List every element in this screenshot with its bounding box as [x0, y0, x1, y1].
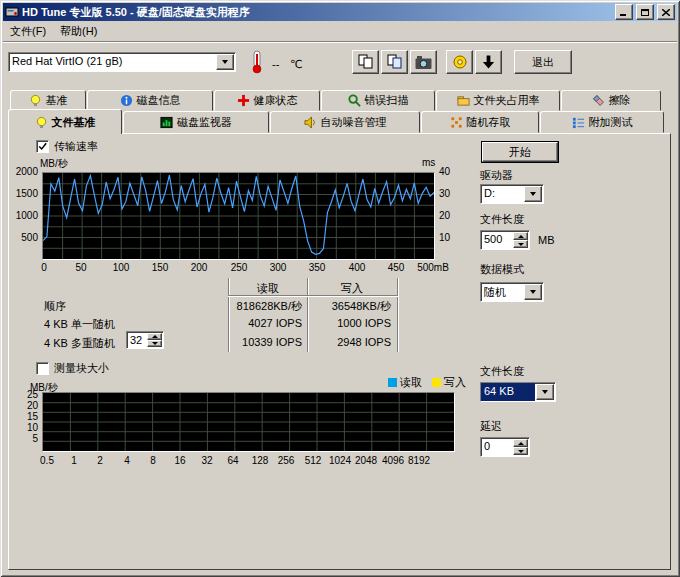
- title-bar: HD Tune 专业版 5.50 - 硬盘/固态硬盘实用程序: [3, 3, 677, 21]
- sequential-write-value: 36548KB/秒: [309, 299, 391, 314]
- chart1-xtick: 500mB: [417, 262, 449, 273]
- temperature-value: --: [272, 58, 279, 70]
- chart2-xtick: 8: [150, 455, 156, 466]
- data-mode-arrow[interactable]: [524, 284, 542, 300]
- close-icon: [662, 9, 670, 16]
- file-length-spinner[interactable]: 500: [480, 230, 530, 250]
- menu-file[interactable]: 文件(F): [3, 22, 53, 41]
- file-length2-arrow[interactable]: [536, 384, 554, 400]
- app-window: HD Tune 专业版 5.50 - 硬盘/固态硬盘实用程序 文件(F) 帮助(…: [0, 0, 680, 577]
- drive-combo-arrow[interactable]: [216, 54, 234, 70]
- app-icon: [5, 5, 19, 19]
- menu-bar: 文件(F) 帮助(H): [3, 22, 677, 40]
- write-column-header: 写入: [309, 281, 395, 296]
- block-size-checkbox[interactable]: [36, 362, 49, 375]
- drive-combo[interactable]: Red Hat VirtIO (21 gB): [8, 52, 236, 72]
- block-size-chart: [42, 392, 455, 452]
- tab-extra-tests[interactable]: 附加测试: [540, 111, 664, 133]
- download-arrow-icon: [481, 55, 496, 70]
- disk-info-icon: [120, 94, 133, 107]
- minimize-button[interactable]: [615, 4, 633, 20]
- tab-benchmark[interactable]: 基准: [10, 90, 86, 111]
- chart2-xtick: 16: [174, 455, 185, 466]
- arrow-down-icon: [518, 450, 524, 453]
- chart2-xtick: 2048: [355, 455, 377, 466]
- file-length-up-button[interactable]: [513, 232, 528, 240]
- maximize-button[interactable]: [636, 4, 654, 20]
- tab-label: 擦除: [609, 93, 631, 108]
- tab-error-scan[interactable]: 错误扫描: [321, 90, 435, 111]
- file-length2-value: 64 KB: [481, 383, 535, 401]
- queue-depth-down-button[interactable]: [147, 340, 162, 347]
- transfer-rate-checkbox[interactable]: [36, 140, 49, 153]
- chevron-down-icon: [542, 390, 548, 394]
- delay-down-button[interactable]: [513, 447, 528, 455]
- exit-button[interactable]: 退出: [514, 50, 572, 74]
- start-button-label: 开始: [509, 145, 531, 160]
- chart2-xtick: 1: [71, 455, 77, 466]
- start-button[interactable]: 开始: [482, 142, 558, 162]
- tab-folder-usage[interactable]: 文件夹占用率: [436, 90, 560, 111]
- error-scan-magnifier-icon: [348, 94, 361, 107]
- delay-up-button[interactable]: [513, 439, 528, 447]
- minimize-icon: [620, 9, 628, 16]
- menu-help[interactable]: 帮助(H): [53, 22, 104, 41]
- chart1-xtick: 300: [270, 262, 287, 273]
- data-mode-select[interactable]: 随机: [480, 282, 544, 302]
- tab-disk-monitor[interactable]: 磁盘监视器: [123, 111, 269, 133]
- queue-depth-spinner[interactable]: 32: [126, 331, 164, 349]
- save-button[interactable]: [475, 50, 502, 74]
- folder-icon: [457, 94, 470, 107]
- close-button[interactable]: [657, 4, 675, 20]
- chart1-ylabel-right: ms: [422, 157, 435, 168]
- tab-erase[interactable]: 擦除: [561, 90, 661, 111]
- legend-swatch-0: [388, 378, 397, 387]
- tab-file-benchmark[interactable]: 文件基准: [8, 109, 122, 134]
- queue-depth-up-button[interactable]: [147, 333, 162, 340]
- delay-spinner[interactable]: 0: [480, 437, 530, 457]
- row-sequential-label: 顺序: [44, 299, 66, 314]
- file-length-down-button[interactable]: [513, 240, 528, 248]
- arrow-down-icon: [152, 342, 158, 345]
- delay-label: 延迟: [480, 419, 502, 434]
- options-button[interactable]: [446, 50, 473, 74]
- table-divider: [397, 278, 399, 352]
- chart2-ytick: 25: [6, 389, 38, 400]
- tab-aam[interactable]: 自动噪音管理: [270, 111, 420, 133]
- chart1-ytick: 500: [6, 232, 38, 243]
- chart1-ytick-right: 30: [439, 188, 450, 199]
- copy-button[interactable]: [352, 50, 379, 74]
- tab-health[interactable]: 健康状态: [214, 90, 320, 111]
- tab-label: 基准: [46, 93, 68, 108]
- file-length2-select[interactable]: 64 KB: [480, 382, 556, 402]
- checkmark-icon: [38, 142, 47, 151]
- chart2-legend: 读取 写入: [388, 375, 466, 390]
- tab-label: 随机存取: [467, 115, 511, 130]
- chart1-ytick-right: 10: [439, 232, 450, 243]
- chart2-xtick: 8192: [408, 455, 430, 466]
- tab-label: 自动噪音管理: [321, 115, 387, 130]
- camera-icon: [415, 55, 432, 70]
- separator: [3, 41, 677, 43]
- screenshot-button[interactable]: [410, 50, 437, 74]
- legend-write: 写入: [432, 375, 466, 390]
- drive-select-value: D:: [481, 185, 523, 203]
- legend-read: 读取: [388, 375, 422, 390]
- arrow-up-icon: [518, 235, 524, 238]
- arrow-down-icon: [518, 243, 524, 246]
- tab-disk-info[interactable]: 磁盘信息: [87, 90, 213, 111]
- window-title: HD Tune 专业版 5.50 - 硬盘/固态硬盘实用程序: [22, 5, 612, 20]
- copy-file-button[interactable]: [381, 50, 408, 74]
- chart1-ylabel: MB/秒: [40, 157, 68, 171]
- transfer-rate-chart: [42, 172, 435, 260]
- copy-file-icon: [387, 54, 403, 70]
- tab-label: 磁盘监视器: [177, 115, 232, 130]
- thermometer-icon[interactable]: [250, 50, 264, 74]
- tab-random-access[interactable]: 随机存取: [421, 111, 539, 133]
- drive-select[interactable]: D:: [480, 184, 544, 204]
- drive-select-arrow[interactable]: [524, 186, 542, 202]
- chart2-xtick: 64: [227, 455, 238, 466]
- legend-read-label: 读取: [400, 375, 422, 390]
- health-cross-icon: [237, 94, 250, 107]
- tab-label: 文件夹占用率: [474, 93, 540, 108]
